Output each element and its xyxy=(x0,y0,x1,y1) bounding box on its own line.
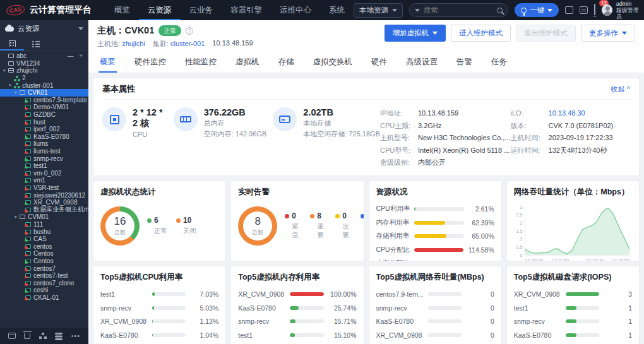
meta-item: 10.13.48.159 xyxy=(212,39,253,49)
tree-item[interactable]: ▾zhujichi xyxy=(0,67,88,74)
nav-item[interactable]: 运维中心 xyxy=(271,0,320,20)
tree-item[interactable]: iperf_002 xyxy=(0,126,88,133)
vm-icon xyxy=(25,200,31,205)
task-list-icon[interactable] xyxy=(580,6,588,14)
sidebar-header[interactable]: 云资源 xyxy=(0,20,88,37)
more-actions-button[interactable]: 更多操作 xyxy=(581,25,635,42)
detail-label: 版本: xyxy=(511,120,544,133)
tree-item[interactable]: ▾cluster-001 xyxy=(0,81,88,89)
tree-zoom-controls[interactable]: — + xyxy=(67,52,88,59)
tree-item[interactable]: Centos xyxy=(0,258,88,265)
tab[interactable]: 告警 xyxy=(455,52,474,73)
more-icon[interactable]: ••• xyxy=(71,332,81,340)
tree-item[interactable]: xiejiawei20230612 xyxy=(0,191,88,199)
tree-item[interactable]: CAS xyxy=(0,235,88,243)
meta-link[interactable]: cluster-001 xyxy=(170,40,205,47)
tree-item[interactable]: GZDBC xyxy=(0,111,88,119)
tree-item[interactable]: KaaS-E0780 xyxy=(0,133,88,141)
enter-maintenance-button[interactable]: 进入维护模式 xyxy=(451,25,511,42)
search-input[interactable] xyxy=(424,6,493,14)
tree-item[interactable]: ceshi xyxy=(0,287,88,294)
status-badge: 正常 xyxy=(158,25,181,36)
meta-link[interactable]: zhujichi xyxy=(122,40,145,47)
tree-item[interactable]: vm-0_002 xyxy=(0,170,88,177)
tree-item[interactable]: centos7_clone xyxy=(0,279,88,287)
tree-expand-caret[interactable]: ▾ xyxy=(15,90,20,95)
detail-link[interactable]: 10.13.48.30 xyxy=(549,107,585,120)
tab[interactable]: 虚拟机 xyxy=(234,52,261,73)
tree-item[interactable]: snmp-recv xyxy=(0,155,88,162)
tab[interactable]: 虚拟交换机 xyxy=(312,52,354,73)
sidebar-tab-topology[interactable] xyxy=(0,37,24,50)
detail-label: CPU型号: xyxy=(380,145,413,157)
trash-icon[interactable] xyxy=(24,333,30,339)
help-icon[interactable]: ? xyxy=(186,27,193,35)
resource-scope-select[interactable]: 本地资源 xyxy=(354,3,403,18)
sidebar-tab-list[interactable] xyxy=(24,37,48,50)
tree-item-label: cluster-001 xyxy=(22,82,53,89)
tree-item[interactable]: bushu xyxy=(0,228,88,235)
tree-item[interactable]: 数据库业务侧主机mysql xyxy=(0,206,88,213)
fullscreen-icon[interactable] xyxy=(565,6,573,14)
notifications[interactable]: 12 xyxy=(594,4,595,16)
tree-item[interactable]: VM1234 xyxy=(0,60,88,68)
vm-status-dot xyxy=(25,210,28,213)
collapse-link[interactable]: 收起 ^ xyxy=(611,85,630,94)
search-filter-caret-icon[interactable] xyxy=(415,9,420,12)
vm-status-dot xyxy=(25,144,28,147)
tree-item[interactable]: test1 xyxy=(0,162,88,170)
nav-item[interactable]: 系统 xyxy=(320,0,354,20)
bar-fill xyxy=(414,234,447,238)
basic-properties-card: 基本属性 收起 ^ 2 * 12 * 2 核CPU376.22GB总内存空闲内存… xyxy=(93,78,640,176)
search-box[interactable] xyxy=(409,3,508,17)
tree-item[interactable]: abc— + xyxy=(0,52,88,60)
tab[interactable]: 任务 xyxy=(490,52,508,73)
tab[interactable]: 存储 xyxy=(277,52,295,73)
topology-icon[interactable] xyxy=(39,333,47,339)
one-click-button[interactable]: 一键 xyxy=(515,3,559,17)
add-vm-button[interactable]: 增加虚拟机 xyxy=(385,25,446,42)
bar-track xyxy=(566,306,599,310)
search-icon[interactable] xyxy=(497,8,503,13)
nav-item[interactable]: 容器引擎 xyxy=(222,0,271,20)
nav-item[interactable]: 概览 xyxy=(105,0,139,20)
tree-item[interactable]: centos7-test xyxy=(0,272,88,280)
tree-item-label: Centos xyxy=(33,258,54,264)
tree-item[interactable]: VSR-test xyxy=(0,184,88,192)
tree-item[interactable]: ▾CVK01 xyxy=(0,89,88,97)
tree-item[interactable]: vm1 xyxy=(0,177,88,184)
tree-item[interactable]: ▾CVM01 xyxy=(0,213,88,221)
vm-icon xyxy=(25,193,31,198)
tree-item[interactable]: liums-test xyxy=(0,148,88,155)
legend-label: 重要 xyxy=(310,222,326,240)
bar-track xyxy=(152,292,186,296)
nav-item[interactable]: 云业务 xyxy=(181,0,222,20)
tree-expand-caret[interactable]: ▾ xyxy=(15,215,20,220)
tree-item[interactable]: centos7 xyxy=(0,264,88,272)
tree-item[interactable]: centos7.9-template xyxy=(0,97,88,104)
tab[interactable]: 硬件 xyxy=(370,52,388,73)
nav-item[interactable]: 云资源 xyxy=(139,0,181,20)
tab[interactable]: 性能监控 xyxy=(184,52,218,73)
storage-stack-icon[interactable] xyxy=(55,333,63,339)
tree-item[interactable]: Demo-VM01 xyxy=(0,104,88,111)
tree-item[interactable]: 111 xyxy=(0,221,88,228)
sidebar: 云资源 abc— +VM1234▾zhujichi2▾cluster-001▾C… xyxy=(0,20,88,344)
tree-item-label: 111 xyxy=(33,221,43,228)
bar-track xyxy=(290,292,323,296)
meta-item: 集群: cluster-001 xyxy=(153,39,210,49)
tree-item[interactable]: centos xyxy=(0,242,88,250)
tree-item[interactable]: 2 xyxy=(0,74,88,82)
legend-item: 6正常 xyxy=(147,216,167,235)
tree-expand-caret[interactable]: ▾ xyxy=(3,68,8,73)
archive-icon[interactable] xyxy=(8,333,16,339)
tree-item[interactable]: CKAL-01 xyxy=(0,294,88,302)
tree-item[interactable]: liums xyxy=(0,140,88,148)
tab[interactable]: 高级设置 xyxy=(405,52,439,73)
tree-item[interactable]: Centos xyxy=(0,250,88,258)
user-name: admin xyxy=(616,1,632,7)
tab[interactable]: 硬件监控 xyxy=(133,52,167,73)
tab[interactable]: 概要 xyxy=(98,52,117,73)
tree-expand-caret[interactable]: ▾ xyxy=(9,83,14,88)
tree-item[interactable]: hust xyxy=(0,118,88,126)
